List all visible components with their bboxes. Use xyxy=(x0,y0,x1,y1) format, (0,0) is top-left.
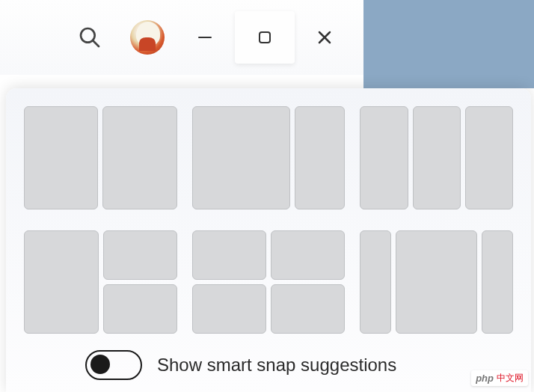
caption-controls xyxy=(60,11,355,64)
snap-panel-footer: Show smart snap suggestions xyxy=(24,350,513,380)
snap-zone xyxy=(192,284,266,334)
watermark-brand: php xyxy=(476,373,494,384)
close-icon xyxy=(316,28,334,46)
snap-zone xyxy=(396,230,477,334)
snap-zone xyxy=(24,106,98,209)
close-button[interactable] xyxy=(295,11,355,64)
snap-zone xyxy=(102,106,177,209)
snap-zone xyxy=(24,230,99,334)
search-button[interactable] xyxy=(60,11,120,64)
snap-zone xyxy=(482,230,513,334)
smart-snap-toggle[interactable] xyxy=(85,350,142,380)
toggle-knob xyxy=(90,355,110,374)
smart-snap-label: Show smart snap suggestions xyxy=(157,355,396,376)
snap-zone xyxy=(295,106,345,209)
snap-layout-three-col[interactable] xyxy=(360,106,513,209)
snap-layout-two-col-5050[interactable] xyxy=(24,106,177,209)
snap-zone-column xyxy=(192,230,266,334)
snap-layout-one-plus-two[interactable] xyxy=(24,230,177,334)
watermark-text: 中文网 xyxy=(497,372,524,385)
snap-zone xyxy=(360,230,391,334)
snap-zone xyxy=(192,230,266,280)
snap-zone xyxy=(271,230,345,280)
titlebar xyxy=(0,0,534,75)
avatar[interactable] xyxy=(130,20,165,55)
minimize-icon xyxy=(197,29,213,46)
snap-layouts-panel: Show smart snap suggestions xyxy=(6,88,531,392)
accent-strip xyxy=(363,0,534,88)
snap-zone-column xyxy=(271,230,345,334)
snap-zone xyxy=(103,284,177,334)
snap-layout-three-col-wide-center[interactable] xyxy=(360,230,513,334)
snap-zone xyxy=(465,106,513,209)
minimize-button[interactable] xyxy=(175,11,235,64)
maximize-icon xyxy=(257,29,273,46)
svg-line-1 xyxy=(93,40,99,46)
snap-zone-column xyxy=(103,230,177,334)
snap-zone xyxy=(271,284,345,334)
snap-layout-quadrant[interactable] xyxy=(192,230,346,334)
watermark: php 中文网 xyxy=(471,370,528,386)
snap-layout-two-col-7030[interactable] xyxy=(192,106,346,209)
snap-zone xyxy=(360,106,408,209)
svg-rect-3 xyxy=(260,32,270,43)
search-icon xyxy=(78,25,102,49)
snap-zone xyxy=(103,230,177,280)
maximize-button[interactable] xyxy=(235,11,295,64)
snap-layouts-grid xyxy=(24,106,513,334)
snap-zone xyxy=(192,106,291,209)
snap-zone xyxy=(413,106,461,209)
